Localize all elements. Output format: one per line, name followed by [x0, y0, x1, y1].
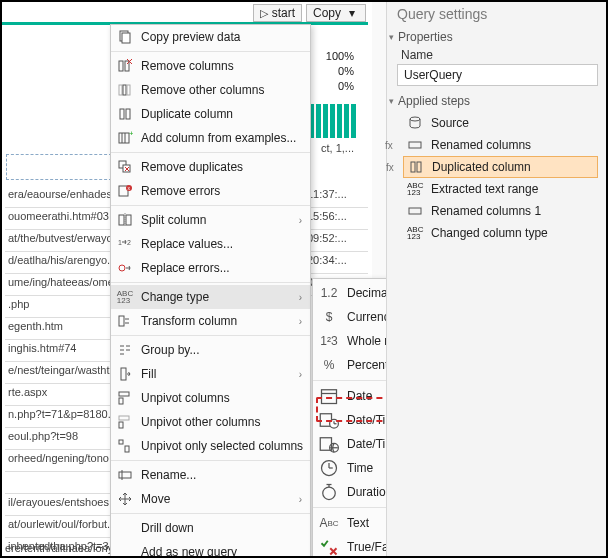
start-button[interactable]: ▷start	[253, 4, 302, 22]
step-duplicated[interactable]: fxDuplicated column	[403, 156, 598, 178]
move-icon	[117, 491, 133, 507]
text-icon: ABC	[319, 515, 339, 531]
svg-text:2: 2	[127, 239, 131, 246]
svg-rect-8	[127, 85, 130, 95]
distinct-summary: ct, 1,...	[321, 142, 354, 154]
menu-rename[interactable]: Rename...	[111, 463, 310, 487]
menu-replace-values[interactable]: 12Replace values...	[111, 232, 310, 256]
change-type-icon: ABC123	[117, 289, 133, 305]
svg-rect-7	[123, 85, 126, 95]
chevron-right-icon: ›	[299, 316, 302, 327]
svg-rect-23	[126, 215, 131, 225]
name-label: Name	[401, 48, 598, 62]
svg-rect-32	[119, 416, 129, 420]
cell[interactable]: eoul.php?t=98	[5, 428, 111, 450]
fill-icon	[117, 366, 133, 382]
svg-rect-30	[119, 392, 129, 396]
menu-remove-other-columns[interactable]: Remove other columns	[111, 78, 310, 102]
step-renamed[interactable]: fxRenamed columns	[403, 134, 598, 156]
svg-rect-36	[119, 472, 131, 478]
preview-column-left: era/eaourse/enhades,... ouomeerathi.htm#…	[5, 186, 111, 558]
rename-step-icon	[407, 203, 425, 219]
svg-rect-10	[126, 109, 130, 119]
column-context-menu: Copy preview data Remove columns Remove …	[110, 24, 311, 558]
source-icon	[407, 115, 425, 131]
menu-unpivot-selected[interactable]: Unpivot only selected columns	[111, 434, 310, 458]
step-renamed1[interactable]: Renamed columns 1	[403, 200, 598, 222]
decimal-icon: 1.2	[319, 285, 339, 301]
step-changed-type[interactable]: ABC123Changed column type	[403, 222, 598, 244]
svg-rect-33	[119, 422, 123, 428]
cell[interactable]: n.php?t=71&p=8180...	[5, 406, 111, 428]
cell[interactable]: orheed/ngening/tono...	[5, 450, 111, 472]
menu-fill[interactable]: Fill›	[111, 362, 310, 386]
time-icon	[319, 460, 339, 476]
cell[interactable]: 20:34:...	[302, 252, 368, 274]
menu-add-as-query[interactable]: Add as new query	[111, 540, 310, 558]
cell[interactable]: il/erayoues/entshoes,...	[5, 494, 111, 516]
step-source[interactable]: Source	[403, 112, 598, 134]
cell[interactable]: d/eatlha/his/arengyo...	[5, 252, 111, 274]
cell[interactable]: at/ourlewit/oul/forbut...	[5, 516, 111, 538]
menu-unpivot[interactable]: Unpivot columns	[111, 386, 310, 410]
cell[interactable]: ume/ing/hateeas/ome...	[5, 274, 111, 296]
column-header-placeholder	[6, 154, 112, 180]
duration-icon	[319, 484, 339, 500]
applied-steps-header[interactable]: ▾Applied steps	[389, 94, 598, 108]
menu-drill-down[interactable]: Drill down	[111, 516, 310, 540]
menu-add-from-examples[interactable]: +Add column from examples...	[111, 126, 310, 150]
menu-remove-duplicates[interactable]: Remove duplicates	[111, 155, 310, 179]
menu-copy-preview[interactable]: Copy preview data	[111, 25, 310, 49]
date-icon	[319, 388, 339, 404]
properties-header[interactable]: ▾Properties	[389, 30, 598, 44]
menu-replace-errors[interactable]: Replace errors...	[111, 256, 310, 280]
percentage-icon: %	[319, 357, 339, 373]
rename-icon	[117, 467, 133, 483]
cell[interactable]: 09:52:...	[302, 230, 368, 252]
unpivot-sel-icon	[117, 438, 133, 454]
cell[interactable]: rte.aspx	[5, 384, 111, 406]
cell[interactable]: e/nest/teingar/wasthth...	[5, 362, 111, 384]
currency-icon: $	[319, 309, 339, 325]
svg-rect-35	[125, 446, 129, 452]
svg-text:+: +	[129, 130, 133, 138]
rename-step-icon	[407, 137, 425, 153]
menu-transform-column[interactable]: Transform column›	[111, 309, 310, 333]
menu-unpivot-other[interactable]: Unpivot other columns	[111, 410, 310, 434]
svg-rect-6	[119, 85, 122, 95]
menu-group-by[interactable]: Group by...	[111, 338, 310, 362]
extract-step-icon: ABC123	[407, 182, 425, 196]
cell[interactable]	[5, 472, 111, 494]
cell[interactable]: 11:37:...	[302, 186, 368, 208]
duplicate-icon	[117, 106, 133, 122]
query-name-input[interactable]: UserQuery	[397, 64, 598, 86]
step-extracted[interactable]: ABC123Extracted text range	[403, 178, 598, 200]
svg-rect-56	[409, 142, 421, 148]
cell[interactable]: ouomeerathi.htm#03...	[5, 208, 111, 230]
menu-duplicate-column[interactable]: Duplicate column	[111, 102, 310, 126]
svg-rect-22	[119, 215, 124, 225]
cell[interactable]: inghis.htm#74	[5, 340, 111, 362]
cell[interactable]: 15:56:...	[302, 208, 368, 230]
svg-rect-57	[411, 162, 415, 172]
cell[interactable]: at/the/butvest/erwayo...	[5, 230, 111, 252]
remove-other-icon	[117, 82, 133, 98]
menu-move[interactable]: Move›	[111, 487, 310, 511]
svg-point-50	[323, 487, 336, 500]
menu-remove-errors[interactable]: xRemove errors	[111, 179, 310, 203]
replace-values-icon: 12	[117, 236, 133, 252]
unpivot-other-icon	[117, 414, 133, 430]
query-settings-pane: Query settings ▾Properties Name UserQuer…	[386, 2, 606, 556]
column-quality-percent: 100% 0% 0%	[326, 50, 354, 95]
copy-dropdown-button[interactable]: Copy▾	[306, 4, 366, 22]
cell[interactable]: .php	[5, 296, 111, 318]
cell[interactable]: egenth.htm	[5, 318, 111, 340]
whole-icon: 1²3	[319, 333, 339, 349]
svg-point-55	[410, 117, 420, 121]
menu-split-column[interactable]: Split column›	[111, 208, 310, 232]
remove-dupes-icon	[117, 159, 133, 175]
chevron-down-icon: ▾	[389, 96, 394, 106]
cell[interactable]: era/eaourse/enhades,...	[5, 186, 111, 208]
menu-remove-columns[interactable]: Remove columns	[111, 54, 310, 78]
menu-change-type[interactable]: ABC123Change type›	[111, 285, 310, 309]
